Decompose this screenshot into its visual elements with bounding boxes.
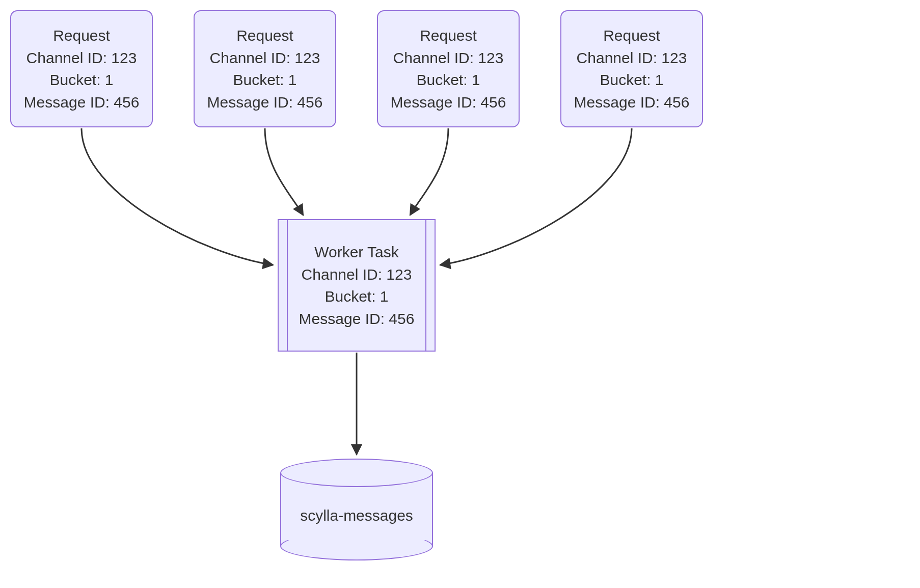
request-bucket: Bucket: 1 (233, 69, 296, 91)
request-box-1: Request Channel ID: 123 Bucket: 1 Messag… (10, 10, 153, 127)
request-message: Message ID: 456 (24, 91, 140, 114)
edge-request1-to-worker (82, 128, 273, 265)
request-message: Message ID: 456 (574, 91, 690, 114)
edge-request4-to-worker (440, 128, 632, 265)
request-title: Request (420, 24, 477, 47)
request-box-2: Request Channel ID: 123 Bucket: 1 Messag… (194, 10, 336, 127)
edge-request2-to-worker (265, 128, 303, 215)
request-title: Request (236, 24, 293, 47)
worker-channel: Channel ID: 123 (302, 263, 412, 286)
request-bucket: Bucket: 1 (600, 69, 663, 91)
request-bucket: Bucket: 1 (49, 69, 113, 91)
request-channel: Channel ID: 123 (26, 47, 137, 69)
worker-title: Worker Task (314, 241, 399, 263)
request-message: Message ID: 456 (207, 91, 323, 114)
worker-message: Message ID: 456 (299, 308, 415, 330)
request-channel: Channel ID: 123 (210, 47, 320, 69)
database-label: scylla-messages (280, 459, 433, 560)
worker-task-box: Worker Task Channel ID: 123 Bucket: 1 Me… (278, 219, 436, 352)
request-channel: Channel ID: 123 (577, 47, 687, 69)
database-cylinder: scylla-messages (280, 459, 433, 560)
request-box-4: Request Channel ID: 123 Bucket: 1 Messag… (560, 10, 703, 127)
edge-request3-to-worker (410, 128, 448, 215)
request-bucket: Bucket: 1 (416, 69, 480, 91)
request-channel: Channel ID: 123 (393, 47, 504, 69)
request-box-3: Request Channel ID: 123 Bucket: 1 Messag… (377, 10, 520, 127)
worker-bucket: Bucket: 1 (324, 285, 388, 308)
diagram-canvas: Request Channel ID: 123 Bucket: 1 Messag… (0, 0, 920, 588)
request-title: Request (53, 24, 110, 47)
request-title: Request (603, 24, 660, 47)
request-message: Message ID: 456 (391, 91, 506, 114)
